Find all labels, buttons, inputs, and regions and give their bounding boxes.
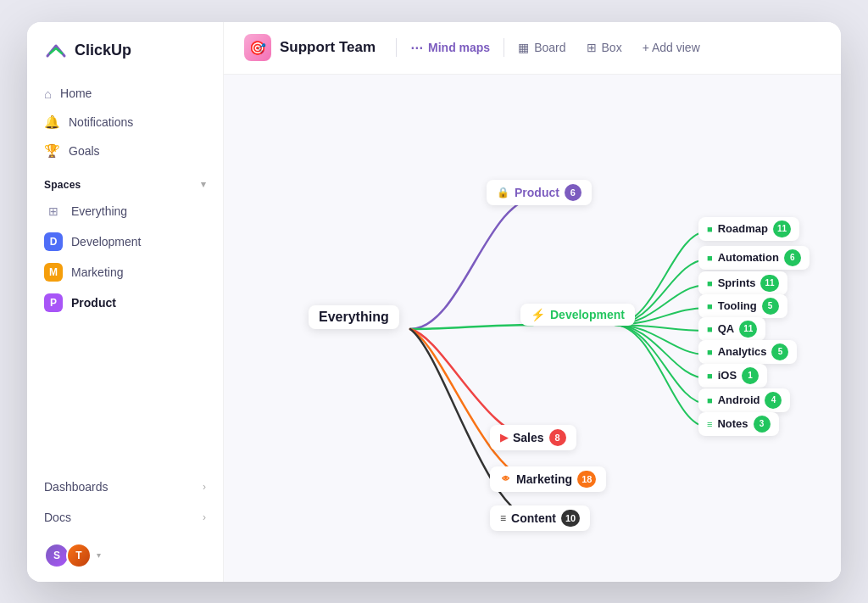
box-tab-icon: ⊞	[587, 41, 597, 54]
development-node-icon: ⚡	[531, 308, 545, 321]
sprints-node[interactable]: ■ Sprints 11	[698, 271, 787, 295]
tooling-badge: 5	[762, 298, 779, 315]
space-marketing[interactable]: M Marketing	[34, 257, 216, 288]
space-development[interactable]: D Development	[34, 226, 216, 257]
qa-badge: 11	[739, 321, 757, 338]
content-node[interactable]: ≡ Content 10	[490, 505, 590, 531]
sales-node[interactable]: ▶ Sales 8	[490, 425, 576, 450]
tab-board[interactable]: ▦ Board	[508, 36, 576, 59]
sales-badge-count: 8	[549, 429, 566, 446]
sales-node-icon: ▶	[500, 432, 508, 444]
avatar-chevron-icon: ▾	[97, 550, 101, 560]
automation-badge: 6	[784, 249, 801, 266]
space-product[interactable]: P Product	[34, 288, 216, 318]
board-tab-icon: ▦	[518, 41, 529, 54]
nav-notifications[interactable]: 🔔 Notifications	[34, 108, 216, 137]
team-icon: 🎯	[244, 34, 271, 61]
nav-home-label: Home	[60, 87, 92, 100]
sidebar: ClickUp ⌂ Home 🔔 Notifications 🏆 Goals S…	[27, 22, 224, 582]
product-badge-count: 6	[565, 184, 581, 201]
nav-home[interactable]: ⌂ Home	[34, 80, 216, 108]
goals-icon: 🏆	[44, 143, 60, 159]
ios-node[interactable]: ■ iOS 1	[698, 364, 767, 388]
automation-icon: ■	[707, 253, 713, 263]
clickup-logo-icon	[44, 39, 68, 63]
marketing-node-icon	[500, 472, 511, 486]
spaces-chevron: ▾	[201, 179, 206, 190]
mindmap-tab-icon: ⋯	[410, 40, 423, 55]
development-badge: D	[44, 232, 63, 251]
android-node[interactable]: ■ Android 4	[698, 388, 790, 412]
user-avatars: S T ▾	[27, 533, 223, 568]
automation-node[interactable]: ■ Automation 6	[698, 246, 810, 270]
notes-badge: 3	[754, 416, 771, 433]
topbar-divider	[396, 38, 397, 57]
docs-link[interactable]: Docs ›	[34, 502, 216, 533]
ios-badge: 1	[742, 367, 759, 384]
content-badge-count: 10	[561, 510, 580, 527]
product-node[interactable]: 🔒 Product 6	[487, 180, 592, 205]
qa-node[interactable]: ■ QA 11	[698, 317, 765, 341]
roadmap-badge: 11	[773, 221, 791, 237]
product-node-icon: 🔒	[497, 187, 509, 198]
android-icon: ■	[707, 395, 713, 405]
bell-icon: 🔔	[44, 114, 60, 130]
root-node[interactable]: Everything	[309, 305, 399, 329]
team-header: 🎯 Support Team	[244, 34, 376, 61]
docs-chevron-icon: ›	[203, 511, 206, 523]
spaces-header: Spaces ▾	[34, 165, 216, 196]
tab-box[interactable]: ⊞ Box	[576, 36, 632, 59]
tooling-node[interactable]: ■ Tooling 5	[698, 294, 787, 318]
content-node-icon: ≡	[500, 512, 506, 524]
tab-mind-maps[interactable]: ⋯ Mind maps	[400, 35, 500, 60]
qa-icon: ■	[707, 324, 713, 334]
sprints-icon: ■	[707, 278, 713, 288]
svg-point-0	[504, 476, 507, 478]
marketing-badge: M	[44, 263, 63, 282]
mindmap-canvas[interactable]: Everything 🔒 Product 6 ⚡ Development ■ R…	[224, 75, 841, 582]
sprints-badge: 11	[760, 275, 778, 292]
topbar-divider-2	[504, 38, 504, 57]
space-everything[interactable]: ⊞ Everything	[34, 196, 216, 226]
everything-icon: ⊞	[44, 202, 63, 221]
home-icon: ⌂	[44, 87, 52, 101]
nav-goals[interactable]: 🏆 Goals	[34, 137, 216, 165]
roadmap-node[interactable]: ■ Roadmap 11	[698, 217, 799, 241]
analytics-node[interactable]: ■ Analytics 5	[698, 340, 797, 364]
product-badge: P	[44, 293, 63, 312]
app-name: ClickUp	[75, 42, 131, 59]
analytics-badge: 5	[771, 343, 788, 360]
topbar: 🎯 Support Team ⋯ Mind maps ▦ Board ⊞ Box…	[224, 22, 841, 75]
add-view-button[interactable]: + Add view	[632, 36, 710, 59]
tooling-icon: ■	[707, 301, 713, 311]
team-name: Support Team	[280, 39, 376, 56]
avatar-t[interactable]: T	[66, 543, 92, 568]
development-node[interactable]: ⚡ Development	[520, 304, 635, 326]
main-content: 🎯 Support Team ⋯ Mind maps ▦ Board ⊞ Box…	[224, 22, 841, 582]
marketing-badge-count: 18	[577, 471, 596, 488]
sidebar-nav: ⌂ Home 🔔 Notifications 🏆 Goals Spaces ▾ …	[27, 80, 223, 472]
logo: ClickUp	[27, 39, 223, 80]
notes-node[interactable]: ≡ Notes 3	[698, 412, 779, 436]
dashboards-chevron-icon: ›	[203, 481, 206, 493]
roadmap-icon: ■	[707, 224, 713, 234]
android-badge: 4	[765, 392, 782, 409]
dashboards-link[interactable]: Dashboards ›	[34, 472, 216, 502]
marketing-node[interactable]: Marketing 18	[490, 466, 606, 492]
analytics-icon: ■	[707, 347, 713, 357]
app-window: ClickUp ⌂ Home 🔔 Notifications 🏆 Goals S…	[27, 22, 841, 582]
nav-goals-label: Goals	[69, 144, 100, 158]
nav-notifications-label: Notifications	[69, 115, 133, 129]
ios-icon: ■	[707, 371, 713, 381]
notes-icon: ≡	[707, 419, 712, 429]
